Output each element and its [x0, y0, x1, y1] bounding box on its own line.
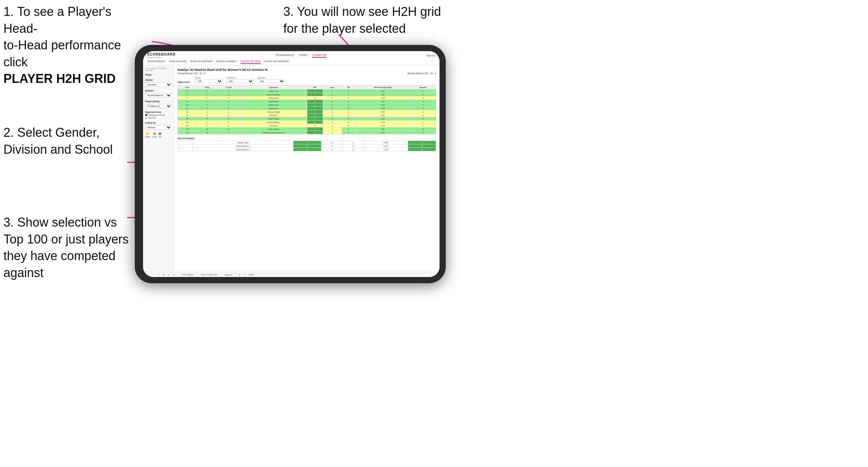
- legend-up-dot: [159, 132, 161, 135]
- radio-dot-2: [145, 117, 147, 119]
- table-row: 20 11 7 Federica Domecq Lacroze 2 1 0 1.…: [178, 131, 436, 134]
- main-content: Last Updated: 27/03/2024 16:55:38 Player…: [143, 65, 440, 272]
- opponents-label: Opponents:: [178, 81, 190, 83]
- gender-label: Gender: [145, 79, 172, 81]
- timestamp: Last Updated: 27/03/2024 16:55:38: [145, 67, 172, 72]
- th-conf: # Conf: [217, 86, 240, 89]
- radio-label-1: Opponents Played: [148, 114, 165, 116]
- table-row: NAIA Division 1 15 0 0 9.267 30: [178, 144, 436, 148]
- sidebar-colour-by: Colour by Win/loss: [145, 122, 172, 130]
- table-row: NCAA Division 2 5 0 0 7.400 10: [178, 148, 436, 151]
- legend-up-label: Up: [159, 136, 161, 138]
- nav-committee[interactable]: COMMITTEE: [312, 53, 327, 58]
- nav-sub-links: TEAM SUMMARY TEAM H2H GRID TEAM H2H HEAT…: [147, 59, 435, 65]
- table-row: 9 1 4 Sharon Mun 1 0 0 3.67 3: [178, 100, 436, 103]
- sidebar-player-section: Player: [145, 74, 172, 76]
- nav-bar: SCOREBOARD Powered by clippd TOURNAMENTS…: [143, 51, 440, 65]
- colour-legend: Down Level Up: [145, 132, 172, 138]
- sidebar-opponent-view: Opponent view Opponents Played Top 100: [145, 111, 172, 119]
- division-record: Division Record: 331 - 34 - 6: [408, 72, 436, 75]
- out-of-division-table: Foreign Team 1 0 0 4.500 2 NAIA Division…: [178, 141, 436, 151]
- legend-level-label: Level: [152, 136, 157, 138]
- toolbar-eye[interactable]: ⊙: [172, 273, 176, 276]
- th-div: # Div: [178, 86, 197, 89]
- colour-by-select[interactable]: Win/loss: [145, 125, 172, 130]
- legend-down-label: Down: [145, 136, 150, 138]
- table-row: 5 2 2 Alexis Sudjianto 1 0 0 4.00 3: [178, 93, 436, 96]
- radio-opponents-played[interactable]: Opponents Played: [145, 114, 172, 116]
- table-row: Foreign Team 1 0 0 4.500 2: [178, 141, 436, 144]
- toolbar-share[interactable]: Share: [247, 273, 255, 276]
- toolbar-redo[interactable]: ↪: [157, 273, 160, 276]
- opponent-select[interactable]: (All): [257, 79, 285, 83]
- toolbar-undo[interactable]: ↩: [146, 273, 150, 276]
- toolbar-refresh[interactable]: ↺: [167, 273, 171, 276]
- opponent-filter: Opponent (All): [257, 77, 285, 83]
- toolbar-sep2: [197, 273, 198, 276]
- gender-select[interactable]: Women's: [145, 83, 172, 87]
- nav-team-h2h-grid[interactable]: TEAM H2H GRID: [169, 59, 187, 64]
- toolbar-sep3: [221, 273, 221, 276]
- th-reg: # Reg: [197, 86, 217, 89]
- sign-out[interactable]: Sign out: [426, 54, 435, 57]
- toolbar-save-custom[interactable]: Save Custom View: [200, 273, 219, 276]
- nav-player-h2h-heatmap[interactable]: PLAYER H2H HEATMAP: [264, 59, 289, 64]
- legend-up: Up: [159, 132, 161, 138]
- legend-level-dot: [153, 132, 156, 135]
- out-of-division-header: Out of division: [178, 137, 436, 140]
- nav-links: TOURNAMENTS TEAMS COMMITTEE: [275, 53, 327, 58]
- conference-select[interactable]: (All): [226, 79, 254, 83]
- table-row: 3 1 1 Esther Lee 1 0 0 1.50 4: [178, 89, 436, 93]
- radio-top100[interactable]: Top 100: [145, 117, 172, 119]
- th-win: Win: [307, 86, 323, 89]
- toolbar-grid[interactable]: ⊞: [162, 273, 166, 276]
- radio-group: Opponents Played Top 100: [145, 114, 172, 119]
- division-label: Division: [145, 89, 172, 92]
- th-diff: Diff Av Strokes/Rnd: [356, 86, 410, 89]
- nav-player-summary[interactable]: PLAYER SUMMARY: [216, 59, 237, 64]
- table-row: 14 7 4 Eunice Yi 2 2 0 0.38 9: [178, 114, 436, 117]
- sidebar: Last Updated: 27/03/2024 16:55:38 Player…: [143, 65, 174, 272]
- sidebar-division: Division NCAA Division III: [145, 89, 172, 97]
- th-tie: Tie: [341, 86, 355, 89]
- player-label: Player: [145, 74, 172, 76]
- division-select[interactable]: NCAA Division III: [145, 93, 172, 97]
- toolbar-sep1: [178, 273, 178, 276]
- nav-teams[interactable]: TEAMS: [299, 53, 307, 58]
- th-opponent: Opponent: [240, 86, 307, 89]
- conference-label: Conference: [226, 77, 254, 79]
- logo: SCOREBOARD: [147, 53, 176, 56]
- table-row: 11 2 5 Heejo Hyun 1 0 0 3.33 3: [178, 107, 436, 110]
- nav-team-summary[interactable]: TEAM SUMMARY: [147, 59, 166, 64]
- annotation-mid-left: 2. Select Gender, Division and School: [3, 124, 128, 158]
- region-select[interactable]: (All): [195, 79, 223, 83]
- toolbar-sep4: [235, 273, 236, 276]
- toolbar-menu[interactable]: ≡: [243, 273, 246, 276]
- toolbar-view-original[interactable]: View: Original: [180, 273, 195, 276]
- region-filter: Region (All): [195, 77, 223, 83]
- toolbar-left[interactable]: ←: [151, 273, 155, 276]
- annotation-top-left: 1. To see a Player's Head- to-Head perfo…: [3, 3, 142, 87]
- nav-team-h2h-heatmap[interactable]: TEAM H2H HEATMAP: [190, 59, 213, 64]
- legend-down-dot: [146, 132, 149, 135]
- nav-tournaments[interactable]: TOURNAMENTS: [275, 53, 294, 58]
- logo-sub: Powered by clippd: [147, 56, 176, 58]
- table-row: 6 3 3 Sydney Kuo 0 1 0 -1.00 3: [178, 96, 436, 100]
- toolbar-watch[interactable]: Watch ▾: [224, 273, 233, 276]
- table-row: 15 8 5 Stella Cheng 1 0 0 1.25 4: [178, 117, 436, 121]
- annotation-bottom-left: 3. Show selection vs Top 100 or just pla…: [3, 214, 135, 281]
- nav-player-h2h-grid[interactable]: PLAYER H2H GRID: [240, 59, 261, 64]
- player-rank-select[interactable]: 8. Katelyn Vo: [145, 104, 172, 108]
- panel-title: Katelyn Vo Head-to-Head Grid for Women's…: [178, 68, 436, 72]
- toolbar-grid2[interactable]: ⊡: [238, 273, 242, 276]
- bottom-toolbar: ↩ ← ↪ ⊞ ↺ ⊙ View: Original Save Custom V…: [143, 272, 440, 277]
- main-table: # Div # Reg # Conf Opponent Win Loss Tie…: [178, 85, 436, 134]
- tablet-screen: SCOREBOARD Powered by clippd TOURNAMENTS…: [143, 51, 440, 277]
- main-panel: Katelyn Vo Head-to-Head Grid for Women's…: [174, 65, 440, 272]
- table-row: 16 3 4 Jessica Mason 1 2 0 -0.94 7: [178, 121, 436, 124]
- region-label: Region: [195, 77, 223, 79]
- legend-down: Down: [145, 132, 150, 138]
- th-rounds: Rounds: [410, 86, 436, 89]
- filters-section: Opponents: Region (All) Conference (All): [178, 77, 436, 83]
- tablet-device: SCOREBOARD Powered by clippd TOURNAMENTS…: [135, 45, 446, 283]
